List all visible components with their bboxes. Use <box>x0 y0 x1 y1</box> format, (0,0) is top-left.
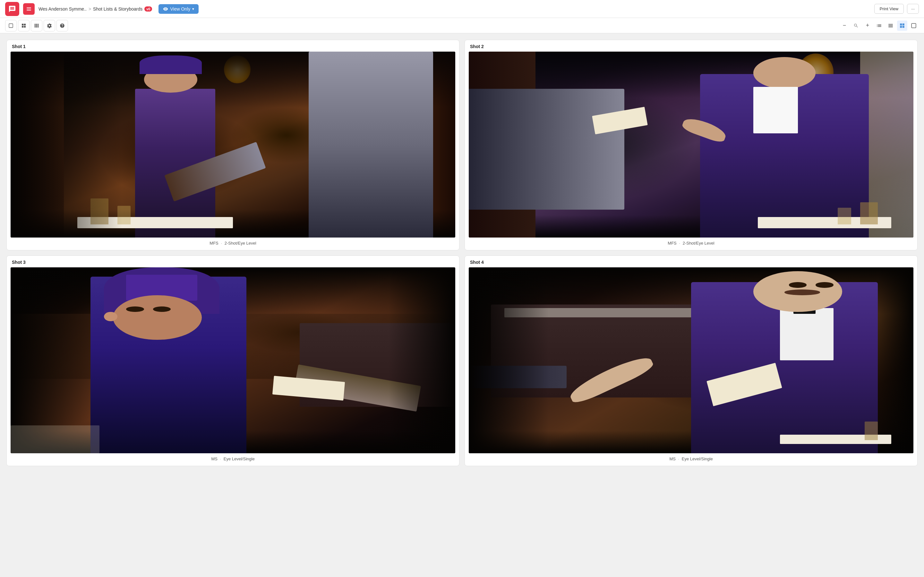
toolbar-right: − + <box>839 21 919 31</box>
section-icon <box>23 3 35 15</box>
shot-3-dot: · <box>220 456 221 461</box>
shot-1-dot: · <box>221 241 222 245</box>
shot1-person2-body <box>309 52 433 237</box>
zoom-in-button[interactable]: + <box>863 21 873 31</box>
shot4-eye-right <box>816 282 833 287</box>
shot3-table-hint <box>11 425 99 453</box>
shot-2-meta: MFS · 2-Shot/Eye Level <box>465 237 917 250</box>
shot2-glass2 <box>838 208 851 224</box>
shot2-head <box>753 57 816 89</box>
toolbar: − + <box>0 18 924 33</box>
grid-tool-button[interactable] <box>18 20 29 31</box>
zoom-search-icon <box>851 21 861 31</box>
shot-2-dot: · <box>679 241 680 245</box>
shot3-head <box>113 295 202 340</box>
shot-card-3: Shot 3 <box>6 255 459 466</box>
shot-2-type: MFS <box>668 241 676 245</box>
shot-4-dot: · <box>678 456 680 461</box>
shot-2-label: Shot 2 <box>465 40 917 52</box>
topbar-right: Print View ··· <box>874 4 919 14</box>
shot-card-4: Shot 4 <box>465 255 918 466</box>
shot-1-meta: MFS · 2-Shot/Eye Level <box>7 237 459 250</box>
svg-rect-1 <box>911 23 916 28</box>
shot4-right-dark <box>878 268 913 453</box>
list-view-button[interactable] <box>874 21 884 31</box>
rows-view-button[interactable] <box>885 21 896 31</box>
shots-grid: Shot 1 <box>0 33 924 472</box>
shot-4-type: MS <box>669 456 676 461</box>
shot-1-angle: 2-Shot/Eye Level <box>225 241 256 245</box>
shot-4-meta: MS · Eye Level/Single <box>465 453 917 466</box>
shot-1-type: MFS <box>210 241 218 245</box>
shot-1-label: Shot 1 <box>7 40 459 52</box>
shot-2-angle: 2-Shot/Eye Level <box>683 241 714 245</box>
shot4-shirt <box>780 308 833 360</box>
shot-3-image <box>11 268 455 453</box>
shot3-right-dark <box>389 268 455 453</box>
section-name[interactable]: Shot Lists & Storyboards <box>93 6 142 11</box>
svg-rect-0 <box>9 24 13 27</box>
shot1-hat <box>140 55 202 74</box>
shot2-shirt <box>753 87 798 133</box>
shot-1-overlay <box>11 52 455 237</box>
view-only-button[interactable]: View Only ▾ <box>158 4 199 14</box>
shot-4-image <box>469 268 913 453</box>
shot4-glass1 <box>865 422 878 440</box>
more-options-button[interactable]: ··· <box>907 4 919 14</box>
help-tool-button[interactable] <box>57 20 68 31</box>
zoom-out-button[interactable]: − <box>839 21 850 31</box>
single-view-button[interactable] <box>909 21 919 31</box>
frame-tool-button[interactable] <box>5 20 17 31</box>
shot2-glass1 <box>860 202 878 225</box>
shot4-eye-left <box>789 282 806 287</box>
settings-tool-button[interactable] <box>44 20 55 31</box>
chevron-down-icon: ▾ <box>192 7 194 11</box>
shot3-eye-left <box>126 306 144 312</box>
view-only-label: View Only <box>170 6 190 11</box>
breadcrumb-separator: > <box>89 6 91 11</box>
top-bar: Wes Anderson Symme.. > Shot Lists & Stor… <box>0 0 924 18</box>
shot2-officer-body <box>469 89 624 210</box>
shot3-ear <box>104 312 118 321</box>
print-view-button[interactable]: Print View <box>874 4 904 14</box>
shot3-eye-right <box>153 306 171 312</box>
shot-3-type: MS <box>211 456 218 461</box>
shot-card-2: Shot 2 <box>465 40 918 250</box>
version-badge[interactable]: v0 <box>144 6 152 11</box>
shot-3-meta: MS · Eye Level/Single <box>7 453 459 466</box>
shot-card-1: Shot 1 <box>6 40 459 250</box>
shot4-mustache <box>784 290 820 295</box>
shot4-left-dark <box>469 268 549 453</box>
shot-4-label: Shot 4 <box>465 256 917 268</box>
column-tool-button[interactable] <box>31 20 42 31</box>
breadcrumb: Wes Anderson Symme.. > Shot Lists & Stor… <box>39 6 152 11</box>
shot-1-image <box>11 52 455 237</box>
left-dark <box>11 52 122 237</box>
shot-3-angle: Eye Level/Single <box>224 456 255 461</box>
app-logo[interactable] <box>5 2 19 16</box>
shot-2-image <box>469 52 913 237</box>
project-name[interactable]: Wes Anderson Symme.. <box>39 6 87 11</box>
shot-4-overlay <box>469 268 913 453</box>
grid-view-button[interactable] <box>897 21 907 31</box>
shot-3-overlay <box>11 268 455 453</box>
shot-4-angle: Eye Level/Single <box>682 456 713 461</box>
shot-2-overlay <box>469 52 913 237</box>
shot-3-label: Shot 3 <box>7 256 459 268</box>
